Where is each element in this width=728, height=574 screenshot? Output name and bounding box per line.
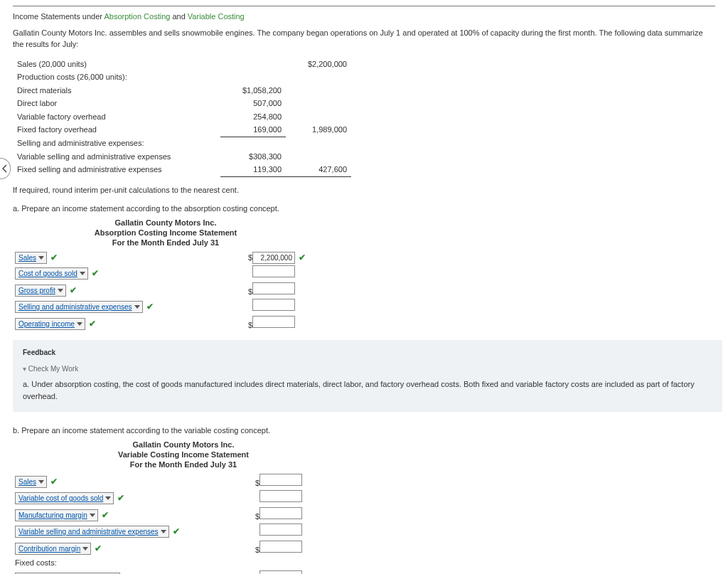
rounding-note: If required, round interim per-unit calc… bbox=[13, 184, 715, 196]
check-icon: ✔ bbox=[297, 253, 306, 262]
input-cogs[interactable] bbox=[252, 265, 295, 277]
check-icon: ✔ bbox=[171, 526, 180, 536]
stmt-a-heading: Gallatin County Motors Inc. Absorption C… bbox=[13, 218, 318, 248]
input-ffo[interactable] bbox=[259, 570, 302, 574]
part-a-letter: a. bbox=[13, 204, 19, 213]
dd-cm[interactable]: Contribution margin bbox=[15, 543, 91, 555]
dd-vsae[interactable]: Variable selling and administrative expe… bbox=[15, 526, 169, 538]
dd-gp[interactable]: Gross profit bbox=[15, 285, 66, 297]
fixed-costs-label: Fixed costs: bbox=[13, 556, 252, 570]
dd-sales-b[interactable]: Sales bbox=[15, 476, 47, 488]
input-sales-b[interactable] bbox=[259, 474, 302, 486]
stmt-b-heading: Gallatin County Motors Inc. Variable Cos… bbox=[13, 440, 354, 470]
intro-text: Gallatin County Motors Inc. assembles an… bbox=[13, 27, 715, 51]
input-gp[interactable] bbox=[252, 282, 295, 294]
dd-sae[interactable]: Selling and administrative expenses bbox=[15, 301, 143, 313]
page-title: Income Statements under Absorption Costi… bbox=[13, 11, 715, 23]
input-oi-a[interactable] bbox=[252, 316, 295, 328]
input-cm[interactable] bbox=[259, 541, 302, 553]
dd-oi-a[interactable]: Operating income bbox=[15, 318, 85, 330]
check-icon: ✔ bbox=[116, 493, 124, 503]
check-icon: ✔ bbox=[68, 285, 77, 295]
check-icon: ✔ bbox=[100, 510, 109, 520]
dd-sales-a[interactable]: Sales bbox=[15, 252, 47, 264]
facts-table: Sales (20,000 units)$2,200,000 Productio… bbox=[13, 58, 351, 177]
dd-mm[interactable]: Manufacturing margin bbox=[15, 509, 98, 521]
dd-cogs[interactable]: Cost of goods sold bbox=[15, 267, 88, 280]
check-icon: ✔ bbox=[49, 253, 58, 262]
feedback-panel: Feedback Check My Work a. Under absorpti… bbox=[13, 340, 722, 412]
check-my-work[interactable]: Check My Work bbox=[23, 363, 712, 374]
dd-vcgs[interactable]: Variable cost of goods sold bbox=[15, 492, 114, 504]
input-sales-a[interactable]: 2,200,000 bbox=[252, 252, 295, 264]
check-icon: ✔ bbox=[49, 477, 58, 487]
part-b-prompt: Prepare an income statement according to… bbox=[21, 426, 270, 435]
check-icon: ✔ bbox=[145, 302, 154, 312]
input-vsae[interactable] bbox=[259, 523, 302, 536]
input-vcgs[interactable] bbox=[259, 490, 302, 502]
feedback-text: a. Under absorption costing, the cost of… bbox=[23, 378, 712, 402]
check-icon: ✔ bbox=[90, 268, 99, 278]
input-sae[interactable] bbox=[252, 299, 295, 311]
check-icon: ✔ bbox=[93, 543, 102, 553]
prev-arrow[interactable] bbox=[0, 158, 11, 179]
input-mm[interactable] bbox=[259, 507, 302, 519]
check-icon: ✔ bbox=[87, 319, 96, 329]
part-b-letter: b. bbox=[13, 426, 19, 435]
